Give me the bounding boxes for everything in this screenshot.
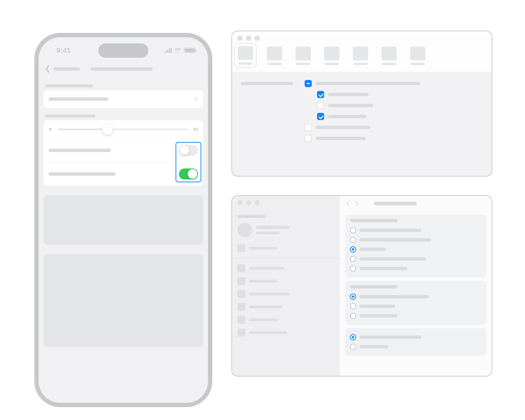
radio-button[interactable] (350, 237, 356, 243)
checkbox-row (241, 111, 483, 122)
toolbar-tab[interactable] (293, 44, 314, 67)
radio-button[interactable] (350, 256, 356, 262)
user-subtitle (256, 231, 280, 234)
checkbox-label (316, 137, 366, 140)
checkbox-label (328, 93, 368, 96)
sidebar-item-label (249, 331, 287, 334)
sidebar-divider (232, 258, 340, 258)
checkbox-window (231, 30, 492, 177)
page-title (91, 67, 153, 71)
traffic-minimize[interactable] (246, 200, 251, 205)
detail-row[interactable] (43, 90, 203, 108)
radio-button[interactable] (350, 227, 356, 233)
radio-label (359, 248, 386, 251)
radio-button[interactable] (350, 246, 356, 252)
nav-back-icon[interactable] (346, 200, 350, 207)
sidebar-item[interactable] (237, 326, 335, 339)
group-title (350, 219, 398, 222)
radio-row (350, 333, 482, 342)
content-block-1 (43, 195, 203, 245)
radio-row (350, 254, 482, 264)
radio-label (359, 345, 388, 348)
sidebar-item[interactable] (237, 313, 335, 326)
tab-icon (410, 47, 425, 60)
back-chevron-icon[interactable] (45, 65, 50, 73)
checkbox[interactable] (305, 124, 312, 131)
row-label (49, 97, 108, 101)
toolbar-tab[interactable] (379, 44, 400, 67)
checkbox-row (241, 89, 483, 100)
toolbar-tab[interactable] (321, 44, 342, 67)
radio-label (359, 314, 398, 317)
sidebar-item-icon (237, 290, 245, 298)
checkbox[interactable] (317, 102, 324, 109)
traffic-close[interactable] (237, 200, 243, 205)
checkbox-label (328, 104, 373, 107)
volume-slider-row (43, 120, 203, 139)
traffic-zoom[interactable] (254, 200, 260, 205)
toggle-a[interactable] (179, 145, 198, 156)
avatar (237, 223, 252, 238)
radio-label (359, 267, 407, 270)
toolbar-tab[interactable] (407, 44, 428, 67)
tab-label (382, 63, 396, 65)
sidebar-item-label (249, 280, 277, 283)
traffic-close[interactable] (237, 36, 243, 41)
status-bar: 9:41 (39, 44, 208, 56)
radio-label (359, 335, 422, 339)
cellular-icon (165, 48, 172, 53)
toolbar-tab[interactable] (350, 44, 371, 67)
settings-group-2 (43, 120, 203, 186)
toolbar-tab[interactable] (264, 44, 285, 67)
tab-label (296, 63, 310, 65)
nav-forward-icon[interactable] (355, 200, 359, 207)
traffic-minimize[interactable] (246, 36, 251, 41)
slider-thumb[interactable] (102, 124, 113, 135)
checkbox[interactable] (317, 113, 324, 120)
toggle-row-b (43, 162, 203, 186)
radio-button[interactable] (350, 344, 356, 350)
sidebar-item[interactable] (237, 300, 335, 313)
radio-row (350, 292, 482, 301)
radio-button[interactable] (350, 313, 356, 319)
checkbox-label (328, 115, 366, 118)
checkbox[interactable] (305, 135, 312, 142)
sidebar-user-row[interactable] (237, 221, 335, 242)
toolbar-tab[interactable] (234, 43, 256, 67)
toggle-b[interactable] (179, 169, 198, 180)
radio-button[interactable] (350, 303, 356, 309)
radio-button[interactable] (350, 334, 356, 340)
checkbox-row (241, 78, 483, 89)
back-label[interactable] (53, 67, 80, 71)
sidebar-item-icon (237, 329, 245, 337)
radio-label (359, 238, 431, 241)
tab-icon (296, 47, 311, 60)
radio-button[interactable] (350, 265, 356, 272)
sidebar-item[interactable] (237, 275, 335, 287)
sidebar-item-label (249, 247, 277, 250)
volume-low-icon (48, 126, 54, 132)
checkbox-mixed[interactable] (305, 80, 312, 87)
sidebar-list (237, 262, 335, 339)
traffic-zoom[interactable] (254, 36, 260, 41)
nav-bar (43, 64, 203, 78)
content-title (374, 202, 417, 205)
sidebar-item[interactable] (237, 287, 335, 300)
radio-row (350, 235, 482, 245)
sidebar-item[interactable] (237, 242, 335, 255)
row-label (49, 172, 115, 176)
sidebar-item[interactable] (237, 262, 335, 275)
tab-icon (381, 47, 397, 60)
radio-row (350, 245, 482, 254)
sidebar-item-label (249, 267, 285, 270)
radio-group (345, 328, 486, 356)
volume-slider[interactable] (58, 129, 189, 130)
checkbox-row (241, 133, 483, 144)
checkbox-label (316, 82, 421, 85)
radio-button[interactable] (350, 294, 356, 300)
checkbox[interactable] (317, 91, 324, 98)
checkbox-row (241, 100, 483, 111)
tab-label (353, 63, 367, 65)
sidebar-item-icon (237, 277, 245, 285)
sidebar-section-title (237, 215, 266, 218)
